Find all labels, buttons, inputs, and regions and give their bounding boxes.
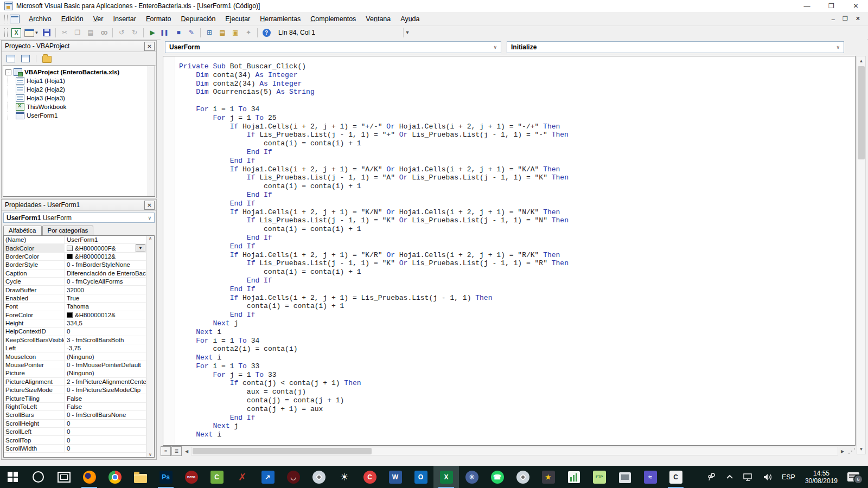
- code-text[interactable]: Private Sub Bot_Buscar_Click() Dim conta…: [179, 62, 569, 439]
- volume-icon[interactable]: [758, 466, 777, 488]
- property-row[interactable]: HelpContextID0: [4, 328, 146, 336]
- scroll-up-icon[interactable]: ▲: [857, 57, 865, 65]
- code-horizontal-scrollbar[interactable]: [191, 447, 838, 455]
- whatsapp[interactable]: ☎: [484, 466, 510, 488]
- property-row[interactable]: Left-3,75: [4, 344, 146, 352]
- properties-panel-header[interactable]: Propiedades - UserForm1 ✕: [2, 200, 156, 211]
- copy-button[interactable]: ❐: [72, 27, 84, 38]
- toggle-folders-button[interactable]: [40, 53, 53, 65]
- people-icon[interactable]: [703, 466, 721, 488]
- property-row[interactable]: PictureTilingFalse: [4, 394, 146, 402]
- paste-button[interactable]: ▤: [85, 27, 97, 38]
- property-row[interactable]: MouseIcon(Ninguno): [4, 352, 146, 361]
- clock[interactable]: 14:55 30/08/2019: [800, 470, 843, 485]
- project-panel-header[interactable]: Proyecto - VBAProject ✕: [2, 41, 156, 52]
- mdi-close-button[interactable]: ✕: [856, 15, 860, 22]
- menu-item-insertar[interactable]: Insertar: [108, 14, 141, 24]
- menu-item-depuración[interactable]: Depuración: [176, 14, 220, 24]
- mdi-minimize-button[interactable]: –: [832, 16, 835, 22]
- tab-alphabetic[interactable]: Alfabética: [3, 226, 42, 236]
- tree-item[interactable]: Hoja2 (Hoja2): [3, 85, 155, 94]
- break-button[interactable]: ▌▌: [159, 27, 171, 38]
- property-row[interactable]: ScrollHeight0: [4, 420, 146, 428]
- property-row[interactable]: BorderStyle0 - fmBorderStyleNone: [4, 261, 146, 269]
- language-indicator[interactable]: ESP: [777, 466, 800, 488]
- scroll-left-icon[interactable]: ◀: [182, 447, 191, 455]
- view-object-button[interactable]: [19, 53, 32, 65]
- save-button[interactable]: [41, 27, 53, 38]
- design-mode-button[interactable]: ✎: [186, 27, 197, 38]
- cuteftp[interactable]: FTP: [586, 466, 612, 488]
- toolbox-button[interactable]: ▣: [229, 27, 241, 38]
- menu-item-ver[interactable]: Ver: [88, 14, 108, 24]
- property-dropdown-button[interactable]: ▼: [136, 244, 145, 252]
- firefox[interactable]: [76, 466, 102, 488]
- object-selector-dropdown[interactable]: UserForm1 UserForm ∨: [3, 213, 155, 223]
- scroll-right-icon[interactable]: ▶: [838, 447, 847, 455]
- property-row[interactable]: ScrollTop0: [4, 436, 146, 444]
- procedure-dropdown[interactable]: Initialize ∨: [507, 41, 844, 53]
- property-row[interactable]: PictureAlignment2 - fmPictureAlignmentCe…: [4, 378, 146, 386]
- minimize-button[interactable]: —: [795, 0, 819, 12]
- camtasia-recorder[interactable]: C: [204, 466, 229, 488]
- property-row[interactable]: (Name)UserForm1: [4, 236, 146, 244]
- brightness-app[interactable]: ☀: [331, 466, 357, 488]
- scroll-down-icon[interactable]: ∨: [149, 452, 152, 457]
- menu-item-complementos[interactable]: Complementos: [305, 14, 361, 24]
- tab-categorized[interactable]: Por categorías: [42, 226, 94, 235]
- scroll-down-icon[interactable]: ▼: [857, 445, 865, 453]
- object-dropdown[interactable]: UserForm ∨: [165, 41, 501, 53]
- margin-indicator-bar[interactable]: [163, 56, 175, 445]
- property-row[interactable]: BorderColor&H80000012&: [4, 253, 146, 261]
- menu-item-ayuda[interactable]: Ayuda: [395, 14, 424, 24]
- property-row[interactable]: ScrollBars0 - fmScrollBarsNone: [4, 411, 146, 419]
- property-row[interactable]: DrawBuffer32000: [4, 286, 146, 294]
- tree-item[interactable]: UserForm1: [3, 111, 155, 120]
- spybot[interactable]: ✳: [459, 466, 484, 488]
- tree-item[interactable]: -VBAProject (EnteroBacteria.xls): [3, 68, 155, 76]
- help-button[interactable]: ?: [260, 27, 272, 38]
- action-center-icon[interactable]: 6: [843, 466, 868, 488]
- restore-button[interactable]: ❐: [819, 0, 844, 12]
- reset-button[interactable]: ■: [173, 27, 184, 38]
- tree-item[interactable]: ThisWorkbook: [3, 102, 155, 111]
- toolbar-options-button[interactable]: ▼: [403, 28, 411, 37]
- menu-grip[interactable]: [4, 15, 8, 23]
- property-row[interactable]: ScrollLeft0: [4, 428, 146, 436]
- menu-item-edición[interactable]: Edición: [56, 14, 88, 24]
- project-tree-scrollbar[interactable]: [148, 66, 155, 196]
- property-row[interactable]: RightToLeftFalse: [4, 403, 146, 411]
- cortana-button[interactable]: [25, 466, 51, 488]
- property-row[interactable]: BackColor&H8000000F&▼: [4, 244, 146, 252]
- media-app[interactable]: ◡: [280, 466, 306, 488]
- code-editor[interactable]: Private Sub Bot_Buscar_Click() Dim conta…: [163, 56, 856, 446]
- disc-media[interactable]: [306, 466, 331, 488]
- tree-item[interactable]: Hoja3 (Hoja3): [3, 94, 155, 102]
- file-explorer[interactable]: [127, 466, 153, 488]
- object-browser-button[interactable]: ✦: [242, 27, 254, 38]
- menu-item-herramientas[interactable]: Herramientas: [255, 14, 305, 24]
- excel[interactable]: X: [433, 466, 459, 488]
- project-panel-close-icon[interactable]: ✕: [144, 42, 155, 51]
- chrome[interactable]: [102, 466, 127, 488]
- photo-printer[interactable]: [612, 466, 637, 488]
- photoshop[interactable]: Ps: [153, 466, 178, 488]
- full-module-view-button[interactable]: ≣: [171, 446, 182, 456]
- mdi-restore-button[interactable]: ❐: [843, 15, 848, 22]
- vertical-scroll-thumb[interactable]: [858, 66, 865, 159]
- start-button[interactable]: [0, 466, 25, 488]
- tray-overflow-chevron-icon[interactable]: [721, 466, 738, 488]
- project-explorer-button[interactable]: ⊞: [203, 27, 215, 38]
- collapse-icon[interactable]: -: [5, 69, 11, 75]
- horizontal-scroll-thumb[interactable]: [193, 448, 372, 454]
- scroll-up-icon[interactable]: ∧: [149, 236, 152, 241]
- outlook[interactable]: O: [408, 466, 433, 488]
- property-row[interactable]: EnabledTrue: [4, 294, 146, 303]
- resize-grip[interactable]: [847, 447, 857, 455]
- property-row[interactable]: MousePointer0 - fmMousePointerDefault: [4, 361, 146, 369]
- redo-button[interactable]: ↻: [129, 27, 141, 38]
- scan-tool[interactable]: ↗: [255, 466, 280, 488]
- property-row[interactable]: KeepScrollBarsVisible3 - fmScrollBarsBot…: [4, 336, 146, 344]
- word[interactable]: W: [382, 466, 408, 488]
- properties-window-button[interactable]: ▤: [216, 27, 228, 38]
